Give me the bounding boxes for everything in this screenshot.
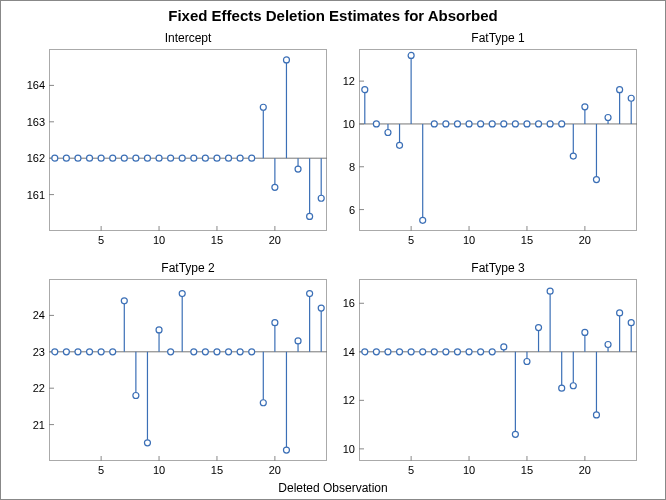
data-point (501, 344, 507, 350)
data-point (489, 349, 495, 355)
y-tick-label: 6 (349, 204, 355, 216)
data-point (202, 349, 208, 355)
data-point (478, 349, 484, 355)
x-tick-label: 5 (408, 464, 414, 476)
data-point (87, 349, 93, 355)
data-point (191, 155, 197, 161)
x-tick-label: 20 (269, 234, 281, 246)
panel-fattype-3: FatType 3101214165101520 (359, 279, 637, 461)
data-point (133, 392, 139, 398)
data-point (373, 349, 379, 355)
data-point (144, 440, 150, 446)
y-tick-label: 12 (343, 75, 355, 87)
data-point (133, 155, 139, 161)
panel-subtitle: FatType 1 (359, 31, 637, 45)
data-point (570, 153, 576, 159)
data-point (512, 121, 518, 127)
data-point (420, 217, 426, 223)
panel-plot: 1611621631645101520 (49, 49, 327, 231)
data-point (191, 349, 197, 355)
data-point (547, 288, 553, 294)
x-tick-label: 5 (98, 234, 104, 246)
svg-rect-16 (360, 50, 637, 231)
y-tick-label: 14 (343, 346, 355, 358)
svg-rect-0 (50, 50, 327, 231)
data-point (431, 349, 437, 355)
data-point (307, 213, 313, 219)
data-point (454, 121, 460, 127)
data-point (237, 155, 243, 161)
data-point (512, 431, 518, 437)
data-point (156, 327, 162, 333)
data-point (617, 87, 623, 93)
data-point (593, 412, 599, 418)
data-point (283, 447, 289, 453)
data-point (52, 349, 58, 355)
y-tick-label: 10 (343, 443, 355, 455)
data-point (110, 155, 116, 161)
data-point (63, 155, 69, 161)
x-tick-label: 10 (463, 464, 475, 476)
data-point (466, 121, 472, 127)
x-tick-label: 15 (211, 464, 223, 476)
x-tick-label: 10 (463, 234, 475, 246)
y-tick-label: 164 (27, 79, 45, 91)
data-point (260, 104, 266, 110)
data-point (524, 359, 530, 365)
y-tick-label: 163 (27, 116, 45, 128)
data-point (547, 121, 553, 127)
data-point (168, 155, 174, 161)
panel-subtitle: FatType 2 (49, 261, 327, 275)
data-point (397, 349, 403, 355)
y-tick-label: 23 (33, 346, 45, 358)
data-point (52, 155, 58, 161)
data-point (295, 338, 301, 344)
data-point (144, 155, 150, 161)
panel-plot: 212223245101520 (49, 279, 327, 461)
data-point (628, 320, 634, 326)
y-tick-label: 24 (33, 309, 45, 321)
data-point (489, 121, 495, 127)
data-point (272, 320, 278, 326)
data-point (605, 115, 611, 121)
data-point (75, 349, 81, 355)
y-tick-label: 12 (343, 394, 355, 406)
data-point (318, 195, 324, 201)
data-point (385, 130, 391, 136)
data-point (628, 95, 634, 101)
x-tick-label: 15 (521, 464, 533, 476)
data-point (420, 349, 426, 355)
data-point (582, 329, 588, 335)
data-point (397, 142, 403, 148)
panel-subtitle: Intercept (49, 31, 327, 45)
x-tick-label: 20 (269, 464, 281, 476)
data-point (307, 291, 313, 297)
figure: Fixed Effects Deletion Estimates for Abs… (0, 0, 666, 500)
svg-rect-58 (360, 280, 637, 461)
y-tick-label: 162 (27, 152, 45, 164)
data-point (478, 121, 484, 127)
x-tick-label: 10 (153, 464, 165, 476)
data-point (237, 349, 243, 355)
data-point (443, 349, 449, 355)
data-point (121, 155, 127, 161)
data-point (559, 121, 565, 127)
data-point (179, 155, 185, 161)
data-point (408, 349, 414, 355)
x-tick-label: 15 (211, 234, 223, 246)
data-point (249, 155, 255, 161)
panel-plot: 6810125101520 (359, 49, 637, 231)
data-point (110, 349, 116, 355)
data-point (431, 121, 437, 127)
data-point (318, 305, 324, 311)
x-axis-label: Deleted Observation (1, 481, 665, 495)
data-point (362, 87, 368, 93)
panel-subtitle: FatType 3 (359, 261, 637, 275)
data-point (454, 349, 460, 355)
svg-rect-37 (50, 280, 327, 461)
data-point (226, 349, 232, 355)
data-point (536, 325, 542, 331)
data-point (385, 349, 391, 355)
data-point (582, 104, 588, 110)
data-point (75, 155, 81, 161)
